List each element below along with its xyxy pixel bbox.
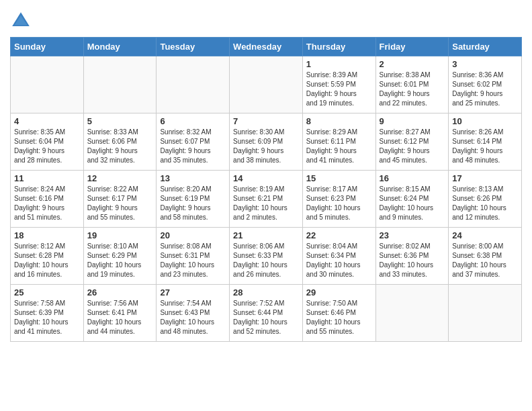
day-info: Sunrise: 8:35 AM Sunset: 6:04 PM Dayligh… xyxy=(14,128,80,165)
day-number: 4 xyxy=(14,116,80,126)
day-number: 22 xyxy=(306,230,372,240)
day-number: 28 xyxy=(233,287,299,298)
calendar-cell: 13Sunrise: 8:20 AM Sunset: 6:19 PM Dayli… xyxy=(157,171,230,228)
day-info: Sunrise: 8:36 AM Sunset: 6:02 PM Dayligh… xyxy=(452,71,518,108)
day-info: Sunrise: 7:56 AM Sunset: 6:41 PM Dayligh… xyxy=(87,299,153,336)
day-info: Sunrise: 8:32 AM Sunset: 6:07 PM Dayligh… xyxy=(160,128,226,165)
calendar-cell: 2Sunrise: 8:38 AM Sunset: 6:01 PM Daylig… xyxy=(375,56,449,113)
calendar-cell: 27Sunrise: 7:54 AM Sunset: 6:43 PM Dayli… xyxy=(157,285,230,342)
day-number: 1 xyxy=(306,59,372,69)
day-number: 7 xyxy=(233,116,299,126)
calendar-cell: 16Sunrise: 8:15 AM Sunset: 6:24 PM Dayli… xyxy=(375,171,449,228)
calendar-cell: 8Sunrise: 8:29 AM Sunset: 6:11 PM Daylig… xyxy=(302,113,375,171)
day-number: 15 xyxy=(306,173,372,183)
header xyxy=(10,7,522,32)
day-info: Sunrise: 7:50 AM Sunset: 6:46 PM Dayligh… xyxy=(306,299,372,336)
calendar-cell xyxy=(11,56,84,113)
day-number: 23 xyxy=(380,230,445,240)
calendar-week-4: 18Sunrise: 8:12 AM Sunset: 6:28 PM Dayli… xyxy=(11,228,522,285)
calendar-header-saturday: Saturday xyxy=(449,38,522,56)
day-info: Sunrise: 8:10 AM Sunset: 6:29 PM Dayligh… xyxy=(87,242,153,279)
calendar-cell: 24Sunrise: 8:00 AM Sunset: 6:38 PM Dayli… xyxy=(449,228,522,285)
day-info: Sunrise: 8:02 AM Sunset: 6:36 PM Dayligh… xyxy=(380,242,445,279)
calendar-week-1: 1Sunrise: 8:39 AM Sunset: 5:59 PM Daylig… xyxy=(11,56,522,113)
day-number: 16 xyxy=(380,173,445,183)
calendar-cell: 23Sunrise: 8:02 AM Sunset: 6:36 PM Dayli… xyxy=(375,228,449,285)
day-number: 11 xyxy=(14,173,80,183)
calendar-cell xyxy=(230,56,303,113)
calendar-cell: 20Sunrise: 8:08 AM Sunset: 6:31 PM Dayli… xyxy=(157,228,230,285)
calendar-cell: 6Sunrise: 8:32 AM Sunset: 6:07 PM Daylig… xyxy=(157,113,230,171)
calendar-cell: 10Sunrise: 8:26 AM Sunset: 6:14 PM Dayli… xyxy=(449,113,522,171)
calendar-header-tuesday: Tuesday xyxy=(157,38,230,56)
calendar-cell: 29Sunrise: 7:50 AM Sunset: 6:46 PM Dayli… xyxy=(302,285,375,342)
day-info: Sunrise: 8:06 AM Sunset: 6:33 PM Dayligh… xyxy=(233,242,299,279)
calendar-header-thursday: Thursday xyxy=(302,38,375,56)
calendar-header-row: SundayMondayTuesdayWednesdayThursdayFrid… xyxy=(11,38,522,56)
day-number: 24 xyxy=(452,230,518,240)
day-number: 10 xyxy=(452,116,518,126)
day-info: Sunrise: 8:30 AM Sunset: 6:09 PM Dayligh… xyxy=(233,128,299,165)
day-number: 13 xyxy=(160,173,226,183)
day-number: 8 xyxy=(306,116,372,126)
day-info: Sunrise: 8:00 AM Sunset: 6:38 PM Dayligh… xyxy=(452,242,518,279)
calendar-cell: 3Sunrise: 8:36 AM Sunset: 6:02 PM Daylig… xyxy=(449,56,522,113)
day-info: Sunrise: 8:04 AM Sunset: 6:34 PM Dayligh… xyxy=(306,242,372,279)
logo-icon xyxy=(10,10,32,32)
day-info: Sunrise: 8:26 AM Sunset: 6:14 PM Dayligh… xyxy=(452,128,518,165)
day-info: Sunrise: 8:33 AM Sunset: 6:06 PM Dayligh… xyxy=(87,128,153,165)
calendar-week-5: 25Sunrise: 7:58 AM Sunset: 6:39 PM Dayli… xyxy=(11,285,522,342)
day-info: Sunrise: 8:08 AM Sunset: 6:31 PM Dayligh… xyxy=(160,242,226,279)
calendar-cell: 19Sunrise: 8:10 AM Sunset: 6:29 PM Dayli… xyxy=(83,228,157,285)
day-number: 21 xyxy=(233,230,299,240)
calendar-cell: 1Sunrise: 8:39 AM Sunset: 5:59 PM Daylig… xyxy=(302,56,375,113)
day-info: Sunrise: 8:24 AM Sunset: 6:16 PM Dayligh… xyxy=(14,185,80,222)
day-number: 18 xyxy=(14,230,80,240)
calendar-cell: 21Sunrise: 8:06 AM Sunset: 6:33 PM Dayli… xyxy=(230,228,303,285)
calendar-cell: 17Sunrise: 8:13 AM Sunset: 6:26 PM Dayli… xyxy=(449,171,522,228)
day-info: Sunrise: 7:54 AM Sunset: 6:43 PM Dayligh… xyxy=(160,299,226,336)
calendar-cell: 28Sunrise: 7:52 AM Sunset: 6:44 PM Dayli… xyxy=(230,285,303,342)
day-number: 5 xyxy=(87,116,153,126)
day-number: 6 xyxy=(160,116,226,126)
day-info: Sunrise: 8:22 AM Sunset: 6:17 PM Dayligh… xyxy=(87,185,153,222)
calendar-cell xyxy=(83,56,157,113)
day-number: 2 xyxy=(380,59,445,69)
calendar-cell xyxy=(375,285,449,342)
calendar-cell: 7Sunrise: 8:30 AM Sunset: 6:09 PM Daylig… xyxy=(230,113,303,171)
day-info: Sunrise: 8:13 AM Sunset: 6:26 PM Dayligh… xyxy=(452,185,518,222)
day-number: 26 xyxy=(87,287,153,298)
calendar-cell: 9Sunrise: 8:27 AM Sunset: 6:12 PM Daylig… xyxy=(375,113,449,171)
calendar-page: SundayMondayTuesdayWednesdayThursdayFrid… xyxy=(0,0,532,352)
calendar-cell: 11Sunrise: 8:24 AM Sunset: 6:16 PM Dayli… xyxy=(11,171,84,228)
calendar-header-friday: Friday xyxy=(375,38,449,56)
day-number: 9 xyxy=(380,116,445,126)
calendar-cell: 15Sunrise: 8:17 AM Sunset: 6:23 PM Dayli… xyxy=(302,171,375,228)
calendar-cell: 26Sunrise: 7:56 AM Sunset: 6:41 PM Dayli… xyxy=(83,285,157,342)
day-info: Sunrise: 8:17 AM Sunset: 6:23 PM Dayligh… xyxy=(306,185,372,222)
day-number: 27 xyxy=(160,287,226,298)
calendar-week-3: 11Sunrise: 8:24 AM Sunset: 6:16 PM Dayli… xyxy=(11,171,522,228)
day-number: 12 xyxy=(87,173,153,183)
calendar-cell: 14Sunrise: 8:19 AM Sunset: 6:21 PM Dayli… xyxy=(230,171,303,228)
day-number: 3 xyxy=(452,59,518,69)
day-info: Sunrise: 7:52 AM Sunset: 6:44 PM Dayligh… xyxy=(233,299,299,336)
day-info: Sunrise: 8:29 AM Sunset: 6:11 PM Dayligh… xyxy=(306,128,372,165)
calendar-header-wednesday: Wednesday xyxy=(230,38,303,56)
day-number: 25 xyxy=(14,287,80,298)
day-info: Sunrise: 8:12 AM Sunset: 6:28 PM Dayligh… xyxy=(14,242,80,279)
day-info: Sunrise: 7:58 AM Sunset: 6:39 PM Dayligh… xyxy=(14,299,80,336)
day-info: Sunrise: 8:19 AM Sunset: 6:21 PM Dayligh… xyxy=(233,185,299,222)
day-number: 19 xyxy=(87,230,153,240)
day-number: 20 xyxy=(160,230,226,240)
day-info: Sunrise: 8:20 AM Sunset: 6:19 PM Dayligh… xyxy=(160,185,226,222)
calendar-cell: 4Sunrise: 8:35 AM Sunset: 6:04 PM Daylig… xyxy=(11,113,84,171)
calendar-header-monday: Monday xyxy=(83,38,157,56)
day-number: 17 xyxy=(452,173,518,183)
day-info: Sunrise: 8:38 AM Sunset: 6:01 PM Dayligh… xyxy=(380,71,445,108)
calendar-cell: 25Sunrise: 7:58 AM Sunset: 6:39 PM Dayli… xyxy=(11,285,84,342)
logo xyxy=(10,7,34,32)
calendar-cell xyxy=(449,285,522,342)
day-number: 29 xyxy=(306,287,372,298)
calendar-cell: 5Sunrise: 8:33 AM Sunset: 6:06 PM Daylig… xyxy=(83,113,157,171)
